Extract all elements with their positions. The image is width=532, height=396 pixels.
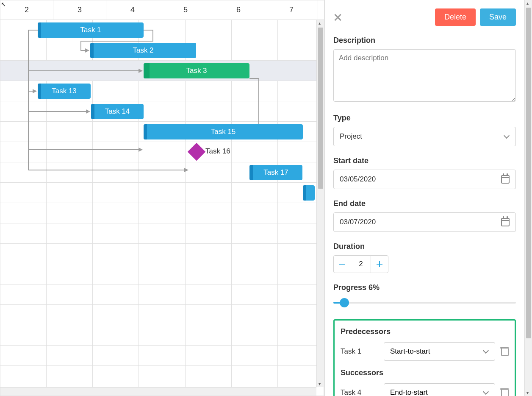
link-type-select[interactable]: Start-to-start <box>384 342 495 361</box>
link-row: Task 1Start-to-start <box>341 342 509 361</box>
delete-button[interactable]: Delete <box>435 8 476 26</box>
task-label: Task 16 <box>205 147 230 156</box>
duration-value[interactable]: 2 <box>351 255 371 273</box>
gantt-row[interactable] <box>0 101 324 122</box>
calendar-icon[interactable] <box>501 218 510 226</box>
duration-label: Duration <box>333 242 516 251</box>
gantt-column-header: 2 <box>0 0 53 20</box>
gantt-row[interactable] <box>0 142 324 162</box>
scrollbar-thumb[interactable] <box>318 28 323 189</box>
end-date-label: End date <box>333 199 516 208</box>
gantt-header: 234567 <box>0 0 324 20</box>
successors-label: Successors <box>341 368 509 377</box>
task-bar-task18[interactable] <box>303 185 315 201</box>
gantt-row[interactable] <box>0 325 324 346</box>
gantt-row[interactable] <box>0 183 324 203</box>
task-bar-task14[interactable]: Task 14 <box>91 104 144 119</box>
minus-icon <box>339 264 345 265</box>
predecessors-label: Predecessors <box>341 327 509 336</box>
panel-scrollbar-vertical[interactable] <box>524 0 532 396</box>
gantt-row[interactable] <box>0 305 324 325</box>
chevron-down-icon <box>483 349 489 354</box>
start-date-label: Start date <box>333 156 516 165</box>
gantt-row[interactable] <box>0 346 324 366</box>
plus-icon <box>377 261 382 267</box>
task-bar-task2[interactable]: Task 2 <box>90 43 196 58</box>
scrollbar-thumb[interactable] <box>526 8 531 338</box>
chevron-down-icon <box>504 134 510 139</box>
calendar-icon[interactable] <box>501 175 510 184</box>
gantt-row[interactable] <box>0 203 324 223</box>
type-label: Type <box>333 114 516 123</box>
link-type-value: End-to-start <box>390 388 428 396</box>
task-bar-task15[interactable]: Task 15 <box>144 124 303 139</box>
end-date-value: 03/07/2020 <box>340 218 376 226</box>
trash-icon[interactable] <box>500 347 509 356</box>
gantt-column-header: 4 <box>106 0 159 20</box>
task-links-box: Predecessors Task 1Start-to-start Succes… <box>333 319 516 396</box>
gantt-scrollbar-horizontal[interactable] <box>0 387 316 396</box>
start-date-value: 03/05/2020 <box>340 175 376 184</box>
progress-label: Progress 6% <box>333 283 516 292</box>
gantt-chart[interactable]: 234567 Task 1Task 2Task 3Task 13Task 14T… <box>0 0 324 396</box>
duration-decrement-button[interactable] <box>333 255 351 273</box>
save-button[interactable]: Save <box>480 8 516 26</box>
type-select[interactable]: Project <box>333 127 516 146</box>
gantt-row[interactable] <box>0 284 324 305</box>
task-bar-task3[interactable]: Task 3 <box>144 63 249 78</box>
gantt-row[interactable] <box>0 223 324 244</box>
duration-stepper[interactable]: 2 <box>333 255 516 273</box>
link-type-select[interactable]: End-to-start <box>384 383 495 396</box>
gantt-column-header: 5 <box>159 0 212 20</box>
gantt-row[interactable] <box>0 366 324 386</box>
task-bar-task17[interactable]: Task 17 <box>249 165 302 180</box>
gantt-column-header: 7 <box>265 0 318 20</box>
link-task-name: Task 1 <box>341 347 379 356</box>
trash-icon[interactable] <box>500 388 509 396</box>
task-bar-task1[interactable]: Task 1 <box>38 22 144 38</box>
duration-increment-button[interactable] <box>371 255 388 273</box>
end-date-input[interactable]: 03/07/2020 <box>333 212 516 232</box>
chevron-down-icon <box>483 390 489 396</box>
description-label: Description <box>333 36 516 45</box>
gantt-column-header: 6 <box>212 0 265 20</box>
gantt-row[interactable] <box>0 264 324 284</box>
link-row: Task 4End-to-start <box>341 383 509 396</box>
gantt-scrollbar-vertical[interactable] <box>316 20 324 387</box>
gantt-column-header: 3 <box>53 0 106 20</box>
slider-thumb[interactable] <box>340 298 349 307</box>
start-date-input[interactable]: 03/05/2020 <box>333 170 516 189</box>
link-type-value: Start-to-start <box>390 347 430 356</box>
task-bar-task13[interactable]: Task 13 <box>38 84 91 99</box>
task-details-panel: Delete Save Description Type Project Sta… <box>324 0 532 396</box>
close-icon[interactable] <box>333 13 342 22</box>
gantt-row[interactable] <box>0 244 324 264</box>
progress-slider[interactable] <box>333 296 516 309</box>
description-input[interactable] <box>333 49 516 102</box>
type-value: Project <box>340 132 362 141</box>
link-task-name: Task 4 <box>341 388 379 396</box>
